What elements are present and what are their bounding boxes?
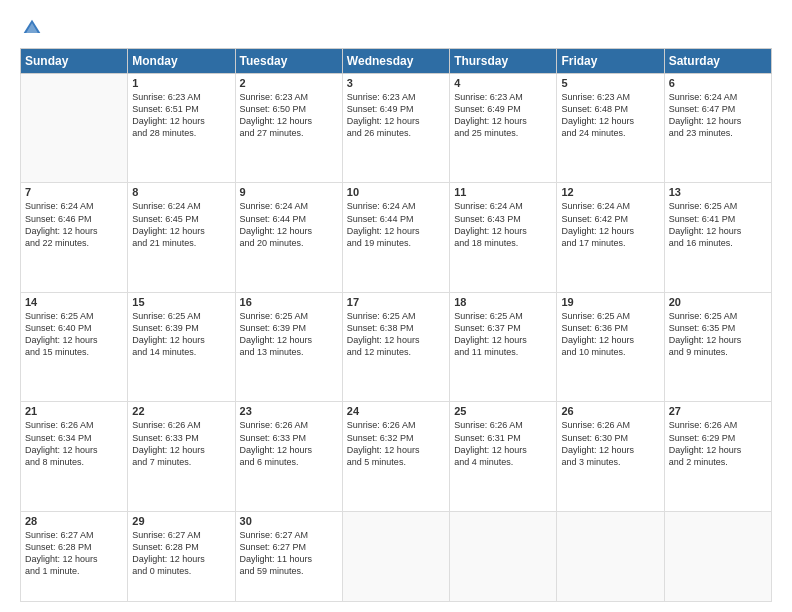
calendar-cell: 15Sunrise: 6:25 AM Sunset: 6:39 PM Dayli… [128, 292, 235, 401]
day-number: 18 [454, 296, 552, 308]
day-number: 25 [454, 405, 552, 417]
calendar-cell: 7Sunrise: 6:24 AM Sunset: 6:46 PM Daylig… [21, 183, 128, 292]
day-content: Sunrise: 6:23 AM Sunset: 6:51 PM Dayligh… [132, 91, 230, 140]
calendar-cell: 20Sunrise: 6:25 AM Sunset: 6:35 PM Dayli… [664, 292, 771, 401]
weekday-header-wednesday: Wednesday [342, 49, 449, 74]
calendar-cell: 8Sunrise: 6:24 AM Sunset: 6:45 PM Daylig… [128, 183, 235, 292]
calendar-cell [557, 511, 664, 601]
day-content: Sunrise: 6:24 AM Sunset: 6:43 PM Dayligh… [454, 200, 552, 249]
calendar-cell: 24Sunrise: 6:26 AM Sunset: 6:32 PM Dayli… [342, 402, 449, 511]
calendar-cell: 14Sunrise: 6:25 AM Sunset: 6:40 PM Dayli… [21, 292, 128, 401]
day-content: Sunrise: 6:25 AM Sunset: 6:39 PM Dayligh… [240, 310, 338, 359]
day-content: Sunrise: 6:24 AM Sunset: 6:45 PM Dayligh… [132, 200, 230, 249]
day-number: 13 [669, 186, 767, 198]
day-number: 17 [347, 296, 445, 308]
day-content: Sunrise: 6:25 AM Sunset: 6:40 PM Dayligh… [25, 310, 123, 359]
day-number: 3 [347, 77, 445, 89]
day-content: Sunrise: 6:24 AM Sunset: 6:46 PM Dayligh… [25, 200, 123, 249]
calendar-cell [21, 74, 128, 183]
weekday-header-monday: Monday [128, 49, 235, 74]
calendar-cell: 16Sunrise: 6:25 AM Sunset: 6:39 PM Dayli… [235, 292, 342, 401]
day-content: Sunrise: 6:26 AM Sunset: 6:34 PM Dayligh… [25, 419, 123, 468]
day-number: 19 [561, 296, 659, 308]
weekday-header-tuesday: Tuesday [235, 49, 342, 74]
day-number: 7 [25, 186, 123, 198]
calendar-cell: 13Sunrise: 6:25 AM Sunset: 6:41 PM Dayli… [664, 183, 771, 292]
day-number: 4 [454, 77, 552, 89]
day-number: 1 [132, 77, 230, 89]
calendar-cell: 3Sunrise: 6:23 AM Sunset: 6:49 PM Daylig… [342, 74, 449, 183]
calendar-cell: 27Sunrise: 6:26 AM Sunset: 6:29 PM Dayli… [664, 402, 771, 511]
calendar-cell: 12Sunrise: 6:24 AM Sunset: 6:42 PM Dayli… [557, 183, 664, 292]
logo-icon [22, 18, 42, 38]
calendar-cell: 30Sunrise: 6:27 AM Sunset: 6:27 PM Dayli… [235, 511, 342, 601]
day-content: Sunrise: 6:24 AM Sunset: 6:44 PM Dayligh… [347, 200, 445, 249]
day-content: Sunrise: 6:25 AM Sunset: 6:35 PM Dayligh… [669, 310, 767, 359]
day-content: Sunrise: 6:24 AM Sunset: 6:44 PM Dayligh… [240, 200, 338, 249]
day-number: 21 [25, 405, 123, 417]
calendar-cell: 6Sunrise: 6:24 AM Sunset: 6:47 PM Daylig… [664, 74, 771, 183]
day-content: Sunrise: 6:24 AM Sunset: 6:47 PM Dayligh… [669, 91, 767, 140]
day-number: 29 [132, 515, 230, 527]
day-content: Sunrise: 6:26 AM Sunset: 6:33 PM Dayligh… [132, 419, 230, 468]
weekday-header-friday: Friday [557, 49, 664, 74]
day-content: Sunrise: 6:25 AM Sunset: 6:39 PM Dayligh… [132, 310, 230, 359]
day-content: Sunrise: 6:27 AM Sunset: 6:28 PM Dayligh… [132, 529, 230, 578]
calendar-cell: 23Sunrise: 6:26 AM Sunset: 6:33 PM Dayli… [235, 402, 342, 511]
calendar-cell: 26Sunrise: 6:26 AM Sunset: 6:30 PM Dayli… [557, 402, 664, 511]
calendar-cell [664, 511, 771, 601]
day-number: 20 [669, 296, 767, 308]
calendar-cell: 19Sunrise: 6:25 AM Sunset: 6:36 PM Dayli… [557, 292, 664, 401]
logo [20, 18, 42, 38]
weekday-header-sunday: Sunday [21, 49, 128, 74]
day-number: 10 [347, 186, 445, 198]
day-content: Sunrise: 6:27 AM Sunset: 6:27 PM Dayligh… [240, 529, 338, 578]
day-number: 15 [132, 296, 230, 308]
calendar-table: SundayMondayTuesdayWednesdayThursdayFrid… [20, 48, 772, 602]
day-content: Sunrise: 6:25 AM Sunset: 6:36 PM Dayligh… [561, 310, 659, 359]
calendar-cell: 9Sunrise: 6:24 AM Sunset: 6:44 PM Daylig… [235, 183, 342, 292]
day-content: Sunrise: 6:27 AM Sunset: 6:28 PM Dayligh… [25, 529, 123, 578]
day-number: 12 [561, 186, 659, 198]
day-content: Sunrise: 6:26 AM Sunset: 6:29 PM Dayligh… [669, 419, 767, 468]
day-number: 16 [240, 296, 338, 308]
calendar-cell: 22Sunrise: 6:26 AM Sunset: 6:33 PM Dayli… [128, 402, 235, 511]
calendar-cell [450, 511, 557, 601]
calendar-cell: 29Sunrise: 6:27 AM Sunset: 6:28 PM Dayli… [128, 511, 235, 601]
day-content: Sunrise: 6:23 AM Sunset: 6:49 PM Dayligh… [347, 91, 445, 140]
day-content: Sunrise: 6:23 AM Sunset: 6:48 PM Dayligh… [561, 91, 659, 140]
day-number: 6 [669, 77, 767, 89]
day-content: Sunrise: 6:26 AM Sunset: 6:30 PM Dayligh… [561, 419, 659, 468]
day-number: 5 [561, 77, 659, 89]
day-number: 30 [240, 515, 338, 527]
day-content: Sunrise: 6:26 AM Sunset: 6:33 PM Dayligh… [240, 419, 338, 468]
day-number: 9 [240, 186, 338, 198]
weekday-header-thursday: Thursday [450, 49, 557, 74]
day-number: 11 [454, 186, 552, 198]
day-number: 2 [240, 77, 338, 89]
day-content: Sunrise: 6:23 AM Sunset: 6:49 PM Dayligh… [454, 91, 552, 140]
day-number: 14 [25, 296, 123, 308]
day-number: 8 [132, 186, 230, 198]
day-content: Sunrise: 6:25 AM Sunset: 6:38 PM Dayligh… [347, 310, 445, 359]
day-number: 22 [132, 405, 230, 417]
page-header [20, 18, 772, 38]
calendar-cell: 28Sunrise: 6:27 AM Sunset: 6:28 PM Dayli… [21, 511, 128, 601]
day-content: Sunrise: 6:24 AM Sunset: 6:42 PM Dayligh… [561, 200, 659, 249]
day-content: Sunrise: 6:25 AM Sunset: 6:37 PM Dayligh… [454, 310, 552, 359]
day-number: 23 [240, 405, 338, 417]
day-content: Sunrise: 6:25 AM Sunset: 6:41 PM Dayligh… [669, 200, 767, 249]
calendar-cell: 10Sunrise: 6:24 AM Sunset: 6:44 PM Dayli… [342, 183, 449, 292]
day-content: Sunrise: 6:23 AM Sunset: 6:50 PM Dayligh… [240, 91, 338, 140]
calendar-cell: 21Sunrise: 6:26 AM Sunset: 6:34 PM Dayli… [21, 402, 128, 511]
day-number: 26 [561, 405, 659, 417]
day-number: 24 [347, 405, 445, 417]
calendar-cell: 18Sunrise: 6:25 AM Sunset: 6:37 PM Dayli… [450, 292, 557, 401]
weekday-header-saturday: Saturday [664, 49, 771, 74]
day-number: 27 [669, 405, 767, 417]
day-number: 28 [25, 515, 123, 527]
calendar-cell: 17Sunrise: 6:25 AM Sunset: 6:38 PM Dayli… [342, 292, 449, 401]
calendar-cell: 1Sunrise: 6:23 AM Sunset: 6:51 PM Daylig… [128, 74, 235, 183]
day-content: Sunrise: 6:26 AM Sunset: 6:32 PM Dayligh… [347, 419, 445, 468]
day-content: Sunrise: 6:26 AM Sunset: 6:31 PM Dayligh… [454, 419, 552, 468]
